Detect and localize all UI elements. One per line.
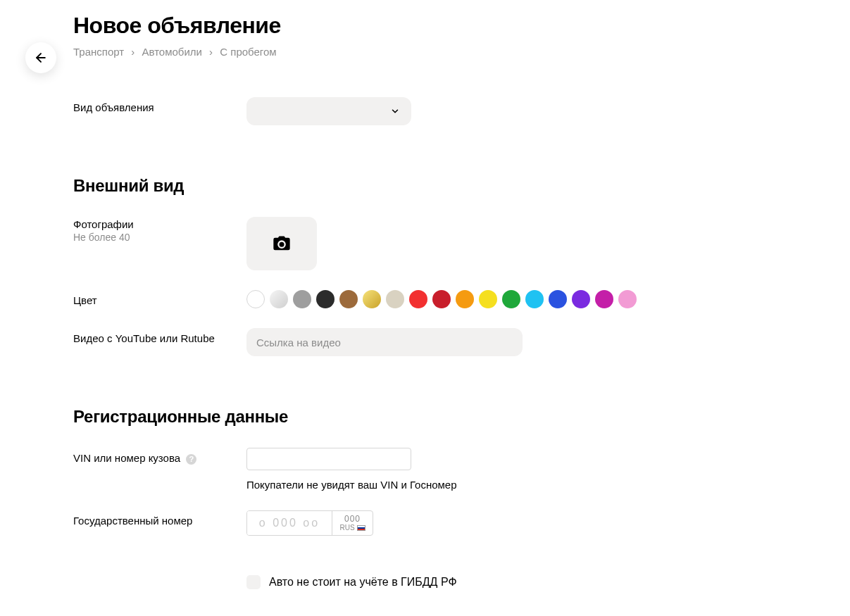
color-swatch-blue[interactable] bbox=[549, 290, 567, 308]
breadcrumb-item[interactable]: Транспорт bbox=[73, 46, 124, 58]
photos-label: Фотографии bbox=[73, 218, 246, 230]
ad-type-label: Вид объявления bbox=[73, 97, 246, 113]
color-label: Цвет bbox=[73, 290, 246, 306]
breadcrumb-item[interactable]: Автомобили bbox=[142, 46, 201, 58]
video-url-input[interactable] bbox=[246, 328, 523, 356]
color-swatch-darkred[interactable] bbox=[432, 290, 451, 308]
gosnomer-label: Государственный номер bbox=[73, 510, 246, 527]
rus-label: RUS bbox=[339, 524, 354, 532]
color-swatch-gold[interactable] bbox=[363, 290, 381, 308]
back-button[interactable] bbox=[25, 42, 56, 73]
russia-flag-icon bbox=[357, 525, 365, 531]
color-swatch-orange[interactable] bbox=[456, 290, 474, 308]
chevron-down-icon bbox=[390, 106, 400, 116]
license-plate-input[interactable] bbox=[247, 511, 332, 535]
page-title: Новое объявление bbox=[73, 13, 777, 39]
region-placeholder: 000 bbox=[344, 515, 361, 524]
license-plate-region[interactable]: 000 RUS bbox=[332, 511, 373, 535]
color-swatch-row bbox=[246, 290, 777, 308]
color-swatch-magenta[interactable] bbox=[595, 290, 613, 308]
color-swatch-gray[interactable] bbox=[293, 290, 311, 308]
chevron-right-icon: › bbox=[131, 46, 135, 58]
color-swatch-brown[interactable] bbox=[339, 290, 358, 308]
color-swatch-silver[interactable] bbox=[270, 290, 288, 308]
color-swatch-violet[interactable] bbox=[572, 290, 590, 308]
photo-upload-button[interactable] bbox=[246, 217, 317, 270]
color-swatch-cyan[interactable] bbox=[525, 290, 544, 308]
section-registration-title: Регистрационные данные bbox=[73, 407, 777, 427]
vin-label: VIN или номер кузова bbox=[73, 452, 180, 464]
video-label: Видео с YouTube или Rutube bbox=[73, 328, 246, 344]
breadcrumb-item[interactable]: С пробегом bbox=[220, 46, 276, 58]
ad-type-select[interactable] bbox=[246, 97, 411, 125]
camera-icon bbox=[272, 234, 292, 253]
help-icon[interactable]: ? bbox=[186, 454, 196, 465]
color-swatch-beige[interactable] bbox=[386, 290, 404, 308]
chevron-right-icon: › bbox=[209, 46, 213, 58]
breadcrumb: Транспорт › Автомобили › С пробегом bbox=[73, 46, 777, 58]
section-appearance-title: Внешний вид bbox=[73, 176, 777, 196]
vin-hint: Покупатели не увидят ваш VIN и Госномер bbox=[246, 479, 777, 491]
license-plate-input-group: 000 RUS bbox=[246, 510, 373, 536]
not-registered-checkbox[interactable] bbox=[246, 575, 261, 589]
arrow-left-icon bbox=[34, 51, 48, 65]
photos-hint: Не более 40 bbox=[73, 232, 246, 243]
color-swatch-white[interactable] bbox=[246, 290, 265, 308]
vin-input[interactable] bbox=[246, 448, 411, 470]
color-swatch-yellow[interactable] bbox=[479, 290, 497, 308]
color-swatch-green[interactable] bbox=[502, 290, 520, 308]
not-registered-label: Авто не стоит на учёте в ГИБДД РФ bbox=[269, 576, 457, 589]
color-swatch-black[interactable] bbox=[316, 290, 335, 308]
color-swatch-pink[interactable] bbox=[618, 290, 637, 308]
color-swatch-red[interactable] bbox=[409, 290, 427, 308]
